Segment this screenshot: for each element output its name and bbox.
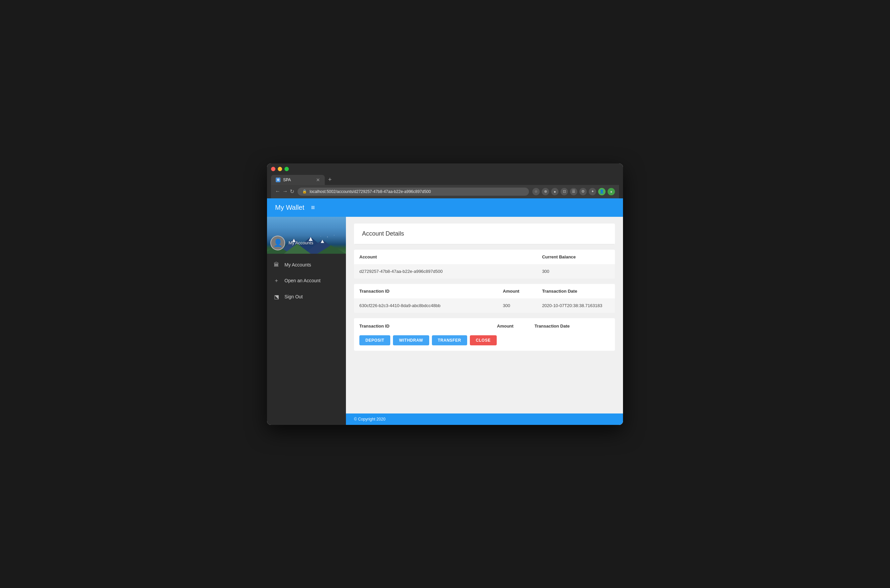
tab-label: SPA — [283, 177, 291, 182]
sidebar-item-open-account[interactable]: ＋ Open an Account — [267, 273, 346, 289]
tx-date-cell: 2020-10-07T20:38:38.7163183 — [537, 298, 615, 313]
minimize-button[interactable] — [278, 167, 282, 171]
content-area: Account Details Account Current Balance — [346, 217, 623, 414]
browser-chrome: ⚙ SPA ✕ + ← → ↻ 🔒 localhost:5002/account… — [267, 164, 623, 198]
address-bar[interactable]: 🔒 localhost:5002/accounts/d2729257-47b8-… — [298, 188, 529, 196]
profile-info: 👤 My Accounts — [271, 236, 313, 250]
date-col-header: Transaction Date — [537, 284, 615, 298]
sidebar-profile: 👤 My Accounts — [267, 217, 346, 254]
table-row: 630cf226-b2c3-4410-8da9-abc8bdcc48bb 300… — [354, 298, 615, 313]
account-table: Account Current Balance d2729257-47b8-47… — [354, 250, 615, 279]
active-tab[interactable]: ⚙ SPA ✕ — [271, 175, 325, 185]
nav-buttons: ← → ↻ — [275, 188, 294, 195]
tab-bar: ⚙ SPA ✕ + — [271, 174, 619, 185]
tx-amount-cell: 300 — [498, 298, 537, 313]
action-amount-header: Amount — [497, 324, 535, 328]
signout-icon: ⬔ — [273, 294, 280, 300]
deposit-button[interactable]: DEPOSIT — [359, 335, 390, 345]
account-col-header: Account — [354, 250, 537, 264]
back-button[interactable]: ← — [275, 188, 280, 195]
traffic-lights — [271, 167, 619, 171]
action-date-header: Transaction Date — [535, 324, 570, 328]
sidebar-nav: 🏛 My Accounts ＋ Open an Account ⬔ Sign O… — [267, 254, 346, 425]
address-bar-row: ← → ↻ 🔒 localhost:5002/accounts/d2729257… — [271, 185, 619, 198]
action-row-headers: Transaction ID Amount Transaction Date — [359, 324, 610, 333]
account-table-wrapper: Account Current Balance d2729257-47b8-47… — [354, 250, 615, 279]
close-button[interactable]: CLOSE — [470, 335, 497, 345]
star-icon[interactable]: ☆ — [532, 188, 540, 195]
extension-icon-4[interactable]: ☰ — [570, 188, 577, 195]
sidebar: 👤 My Accounts 🏛 My Accounts ＋ Open an Ac… — [267, 217, 346, 425]
plus-icon: ＋ — [273, 277, 280, 284]
svg-point-1 — [334, 235, 335, 236]
main-content: Account Details Account Current Balance — [346, 217, 623, 425]
username-label: My Accounts — [289, 240, 313, 245]
tab-favicon: ⚙ — [276, 177, 280, 182]
close-button[interactable] — [271, 167, 275, 171]
app-wrapper: My Wallet ≡ — [267, 198, 623, 425]
action-row: Transaction ID Amount Transaction Date D… — [354, 318, 615, 351]
balance-cell: 300 — [537, 264, 615, 279]
table-row: d2729257-47b8-47aa-b22e-a996c897d500 300 — [354, 264, 615, 279]
lock-icon: 🔒 — [302, 189, 307, 194]
sidebar-item-my-accounts[interactable]: 🏛 My Accounts — [267, 257, 346, 273]
browser-window: ⚙ SPA ✕ + ← → ↻ 🔒 localhost:5002/account… — [267, 164, 623, 425]
app-body: 👤 My Accounts 🏛 My Accounts ＋ Open an Ac… — [267, 217, 623, 425]
balance-col-header: Current Balance — [537, 250, 615, 264]
extension-icon-2[interactable]: ● — [551, 188, 559, 195]
refresh-button[interactable]: ↻ — [290, 188, 294, 195]
txid-col-header: Transaction ID — [354, 284, 498, 298]
extension-icon-3[interactable]: ⊡ — [561, 188, 568, 195]
amount-col-header: Amount — [498, 284, 537, 298]
transactions-table-wrapper: Transaction ID Amount Transaction Date 6… — [354, 284, 615, 313]
page-title-card: Account Details — [354, 224, 615, 244]
copyright-text: © Copyright 2020 — [354, 417, 386, 422]
account-id-cell: d2729257-47b8-47aa-b22e-a996c897d500 — [354, 264, 537, 279]
avatar: 👤 — [271, 236, 285, 250]
action-txid-header: Transaction ID — [359, 324, 497, 328]
forward-button[interactable]: → — [283, 188, 288, 195]
extension-icon-6[interactable]: ✦ — [589, 188, 596, 195]
app-title: My Wallet — [275, 204, 304, 212]
transfer-button[interactable]: TRANSFER — [432, 335, 467, 345]
extension-icon-1[interactable]: ⊕ — [542, 188, 549, 195]
withdraw-button[interactable]: WITHDRAW — [393, 335, 429, 345]
extension-icon-5[interactable]: ⚙ — [579, 188, 587, 195]
action-buttons: DEPOSIT WITHDRAW TRANSFER CLOSE — [359, 335, 610, 345]
bank-icon: 🏛 — [273, 262, 280, 268]
transactions-table: Transaction ID Amount Transaction Date 6… — [354, 284, 615, 313]
open-account-label: Open an Account — [284, 278, 320, 283]
card-header: Account Details — [354, 224, 615, 244]
app-footer: © Copyright 2020 — [346, 414, 623, 425]
profile-icon[interactable]: 👤 — [598, 188, 606, 195]
page-title: Account Details — [362, 230, 607, 237]
maximize-button[interactable] — [284, 167, 289, 171]
tab-close-icon[interactable]: ✕ — [316, 177, 320, 183]
app-header: My Wallet ≡ — [267, 198, 623, 217]
browser-toolbar-icons: ☆ ⊕ ● ⊡ ☰ ⚙ ✦ 👤 ● — [532, 188, 615, 195]
hamburger-menu-icon[interactable]: ≡ — [311, 204, 315, 212]
url-text: localhost:5002/accounts/d2729257-47b8-47… — [310, 189, 431, 194]
user-icon: 👤 — [274, 238, 283, 248]
sidebar-item-sign-out[interactable]: ⬔ Sign Out — [267, 289, 346, 305]
new-tab-button[interactable]: + — [325, 174, 335, 185]
svg-point-0 — [327, 237, 328, 237]
sign-out-label: Sign Out — [284, 294, 302, 299]
tx-id-cell: 630cf226-b2c3-4410-8da9-abc8bdcc48bb — [354, 298, 498, 313]
svg-point-2 — [320, 236, 321, 236]
menu-icon[interactable]: ● — [607, 188, 615, 195]
my-accounts-label: My Accounts — [284, 262, 311, 267]
